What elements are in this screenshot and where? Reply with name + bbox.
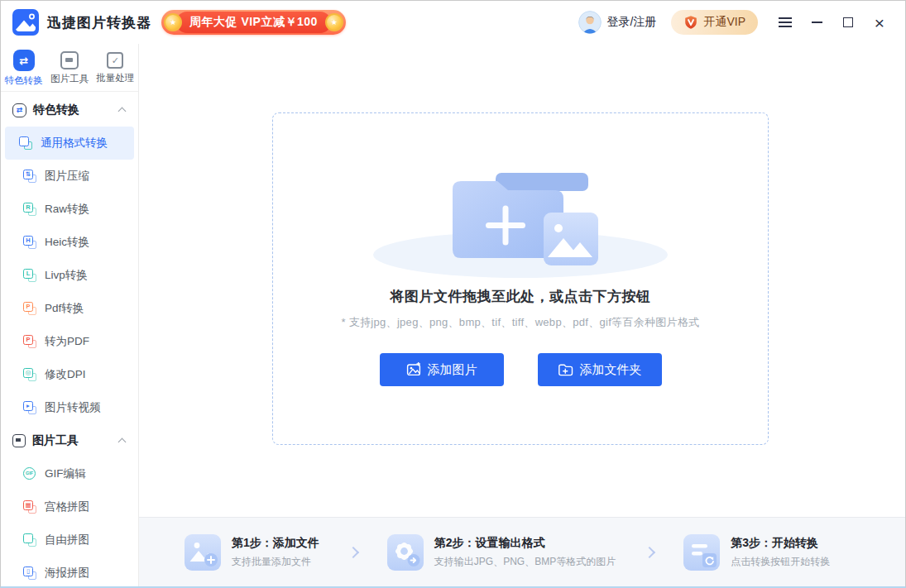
step-text: 第3步：开始转换 点击转换按钮开始转换 [731, 536, 830, 569]
step-text: 第2步：设置输出格式 支持输出JPG、PNG、BMP等格式的图片 [434, 536, 616, 569]
step-desc: 支持输出JPG、PNG、BMP等格式的图片 [434, 555, 616, 569]
titlebar: 迅捷图片转换器 ★ 周年大促 VIP立减￥100 ★ 登录/注册 [1, 1, 905, 44]
app-logo-svg [12, 9, 39, 36]
image-to-video-icon: ▸ [23, 401, 36, 414]
picture-tool-icon [12, 434, 26, 447]
chevron-right-icon [644, 546, 655, 557]
sidebar-tabs: ⇄ 特色转换 图片工具 ✓ 批量处理 [1, 44, 138, 92]
step-text: 第1步：添加文件 支持批量添加文件 [232, 536, 319, 569]
menu-button[interactable] [769, 8, 801, 36]
dropzone-title: 将图片文件拖拽至此处，或点击下方按钮 [391, 287, 651, 306]
dropzone-buttons: 添加图片 添加文件夹 [380, 353, 662, 386]
add-folder-icon [558, 362, 573, 377]
sidebar-item-label: GIF编辑 [45, 466, 86, 481]
maximize-button[interactable] [832, 8, 864, 36]
sidebar-item-label: 图片压缩 [45, 169, 89, 184]
sidebar-item-to-pdf[interactable]: P 转为PDF [5, 325, 134, 358]
step-2-output-format: 第2步：设置输出格式 支持输出JPG、PNG、BMP等格式的图片 [387, 534, 616, 571]
login-register-button[interactable]: 登录/注册 [578, 11, 657, 34]
dropzone[interactable]: 将图片文件拖拽至此处，或点击下方按钮 * 支持jpg、jpeg、png、bmp、… [272, 112, 769, 445]
tab-special-convert[interactable]: ⇄ 特色转换 [2, 50, 46, 87]
sidebar-item-label: Pdf转换 [45, 301, 84, 316]
image-compress-icon: ⇅ [23, 170, 36, 183]
sidebar-item-label: 宫格拼图 [45, 500, 89, 514]
sidebar-item-label: 通用格式转换 [41, 136, 108, 151]
sidebar-item-label: Heic转换 [45, 235, 89, 250]
sidebar-item-label: 自由拼图 [45, 533, 89, 547]
minimize-button[interactable] [801, 8, 832, 36]
output-format-gear-step-icon [387, 534, 424, 571]
sidebar-item-livp-convert[interactable]: L Livp转换 [5, 259, 134, 292]
poster-collage-icon: ▯ [23, 566, 36, 580]
sidebar-item-label: Raw转换 [45, 202, 89, 217]
step-title: 第3步：开始转换 [731, 536, 830, 551]
sidebar-item-grid-collage[interactable]: ▦ 宫格拼图 [5, 490, 134, 523]
step-title: 第1步：添加文件 [232, 536, 319, 551]
sidebar-item-label: 修改DPI [45, 367, 86, 382]
format-convert-icon [19, 136, 32, 150]
tab-batch-process[interactable]: ✓ 批量处理 [93, 50, 137, 84]
close-button[interactable]: × [864, 8, 895, 36]
sidebar-item-label: 图片转视频 [45, 400, 101, 415]
to-pdf-icon: P [23, 335, 36, 348]
sidebar-item-heic-convert[interactable]: H Heic转换 [5, 226, 134, 259]
pdf-convert-icon: P [23, 302, 36, 315]
open-vip-button[interactable]: 开通VIP [671, 10, 758, 35]
sidebar-item-free-collage[interactable]: 自由拼图 [5, 523, 134, 557]
picture-tool-icon [60, 51, 79, 69]
add-folder-label: 添加文件夹 [580, 362, 642, 378]
section-header-special-convert[interactable]: ⇄ 特色转换 [1, 93, 138, 127]
livp-convert-icon: L [23, 269, 36, 282]
sidebar-item-pdf-convert[interactable]: P Pdf转换 [5, 292, 134, 325]
step-desc: 点击转换按钮开始转换 [731, 555, 830, 569]
chevron-right-icon [348, 546, 359, 557]
sidebar-item-universal-format[interactable]: 通用格式转换 [5, 127, 134, 160]
heic-convert-icon: H [23, 236, 36, 249]
sidebar-item-label: 转为PDF [45, 334, 89, 349]
close-icon: × [875, 14, 884, 31]
tab-picture-tools[interactable]: 图片工具 [48, 50, 91, 85]
add-image-button[interactable]: 添加图片 [380, 353, 504, 386]
raw-convert-icon: R [23, 203, 36, 216]
sidebar-item-image-compress[interactable]: ⇅ 图片压缩 [5, 160, 134, 193]
sidebar-menu: ⇄ 特色转换 通用格式转换 ⇅ 图片压缩 R Raw转换 H [1, 92, 138, 586]
free-collage-icon [23, 533, 36, 547]
section-header-label: 特色转换 [33, 103, 79, 117]
batch-check-icon: ✓ [107, 52, 123, 69]
convert-document-step-icon [683, 534, 720, 571]
sidebar-item-label: Livp转换 [45, 268, 88, 283]
step-title: 第2步：设置输出格式 [434, 536, 616, 551]
modify-dpi-icon: ◎ [23, 368, 36, 381]
promo-text: 周年大促 VIP立减￥100 [176, 12, 331, 33]
steps-bar: 第1步：添加文件 支持批量添加文件 [139, 517, 905, 586]
vip-label: 开通VIP [703, 15, 745, 30]
sidebar-item-poster-collage[interactable]: ▯ 海报拼图 [5, 557, 134, 586]
sidebar: ⇄ 特色转换 图片工具 ✓ 批量处理 ⇄ 特色转换 [1, 44, 139, 586]
sidebar-item-modify-dpi[interactable]: ◎ 修改DPI [5, 358, 134, 391]
sidebar-item-image-to-video[interactable]: ▸ 图片转视频 [5, 391, 134, 424]
gold-coin-icon: ★ [164, 13, 182, 31]
minimize-icon [812, 22, 822, 23]
sidebar-item-gif-edit[interactable]: GIF GIF编辑 [5, 457, 134, 490]
tab-label: 特色转换 [5, 74, 43, 87]
hamburger-icon [779, 17, 792, 27]
main-area: 将图片文件拖拽至此处，或点击下方按钮 * 支持jpg、jpeg、png、bmp、… [139, 44, 905, 586]
collapse-caret-icon [118, 108, 127, 116]
app-logo-icon [12, 9, 39, 36]
maximize-icon [843, 17, 853, 27]
section-header-picture-tools[interactable]: 图片工具 [1, 424, 138, 457]
step-1-add-files: 第1步：添加文件 支持批量添加文件 [185, 534, 319, 571]
step-desc: 支持批量添加文件 [232, 555, 319, 569]
avatar-icon [578, 11, 602, 34]
swap-hexagon-icon: ⇄ [13, 50, 35, 71]
add-folder-button[interactable]: 添加文件夹 [538, 353, 662, 386]
sidebar-item-raw-convert[interactable]: R Raw转换 [5, 193, 134, 226]
collapse-caret-icon [118, 438, 127, 447]
gif-edit-icon: GIF [23, 467, 36, 480]
gold-coin-icon: ★ [325, 13, 343, 31]
hexagon-swap-icon: ⇄ [12, 103, 26, 117]
add-image-step-icon [185, 534, 221, 571]
promo-banner[interactable]: ★ 周年大促 VIP立减￥100 ★ [161, 10, 346, 35]
dropzone-formats-hint: * 支持jpg、jpeg、png、bmp、tif、tiff、webp、pdf、g… [341, 315, 699, 330]
section-header-label: 图片工具 [32, 433, 79, 448]
